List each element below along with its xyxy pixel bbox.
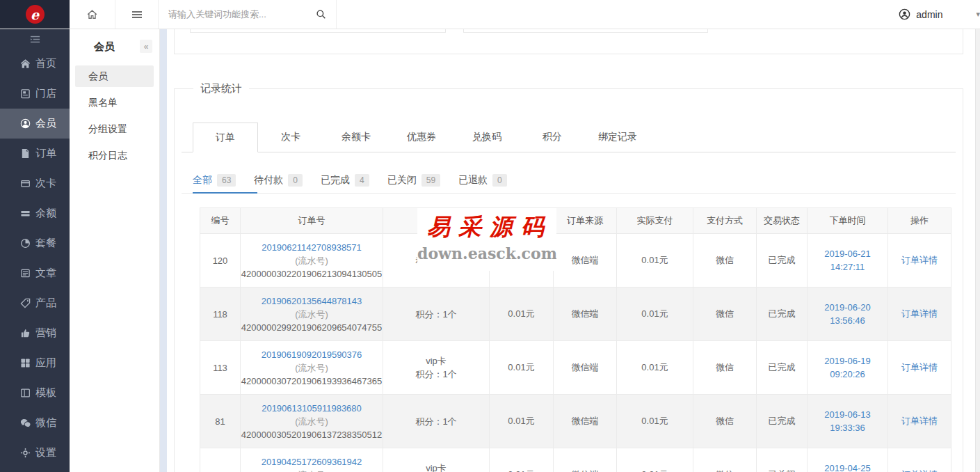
user-menu[interactable]: admin ▾: [899, 0, 980, 29]
main-content: 时间(永久): 无限制 时间(永久): 无限制 记录统计 订单 次卡 余额卡 优…: [167, 29, 975, 472]
table-row: 81 20190613105911983680 (流水号) 4200000305…: [200, 395, 951, 448]
card-icon: [20, 178, 31, 189]
cell-product: 积分：1个: [383, 395, 490, 448]
tab-coupons[interactable]: 优惠券: [389, 123, 454, 152]
sidebar-item-label: 产品: [35, 297, 56, 310]
tag-icon: [20, 298, 31, 308]
sidebar-item-home[interactable]: 首页: [0, 49, 70, 79]
tab-balance-cards[interactable]: 余额卡: [323, 123, 389, 152]
username: admin: [916, 9, 942, 20]
cell-paid: 0.01元: [617, 288, 693, 341]
filter-refunded[interactable]: 已退款 0: [458, 174, 507, 187]
submenu-item-points-log[interactable]: 积分日志: [75, 145, 154, 166]
watermark-text-cn: 易采源码: [423, 212, 556, 243]
tab-points[interactable]: 积分: [520, 123, 585, 152]
sidebar-item-products[interactable]: 产品: [0, 288, 70, 318]
order-detail-link[interactable]: 订单详情: [901, 362, 938, 372]
tab-orders[interactable]: 订单: [193, 123, 258, 152]
cell-action: 订单详情: [888, 341, 951, 395]
inner-scrollbar[interactable]: [160, 29, 167, 472]
cell-paid: 0.01元: [617, 341, 693, 395]
app-logo[interactable]: e: [0, 0, 70, 29]
sidebar-item-cards[interactable]: 次卡: [0, 168, 70, 198]
submenu-item-groups[interactable]: 分组设置: [75, 118, 154, 140]
filter-completed[interactable]: 已完成 4: [321, 174, 369, 187]
cell-id: 81: [200, 395, 241, 448]
order-link[interactable]: 20190613105911983680: [262, 403, 362, 414]
cell-method: 微信: [693, 448, 757, 472]
cell-product: 积分：1个: [383, 288, 490, 341]
cell-status: 已完成: [757, 341, 808, 395]
search-input[interactable]: [168, 9, 300, 19]
order-link[interactable]: 20190620135644878143: [262, 296, 362, 306]
grid-icon: [20, 358, 31, 368]
submenu-item-members[interactable]: 会员: [75, 65, 154, 87]
order-detail-link[interactable]: 订单详情: [901, 469, 938, 472]
chevron-down-icon: ▾: [976, 10, 980, 19]
cell-action: 订单详情: [888, 234, 951, 288]
filter-closed[interactable]: 已关闭 59: [387, 174, 440, 187]
count-badge: 63: [217, 174, 236, 187]
page-scrollbar[interactable]: [975, 29, 980, 472]
cell-source: 微信端: [554, 448, 617, 472]
main-sidebar: 首页 门店 会员 订单 次卡 余额 套餐 文章 产品 营销 应用 模板: [0, 29, 70, 472]
cell-paid: 0.01元: [617, 395, 693, 448]
sidebar-item-orders[interactable]: 订单: [0, 139, 70, 168]
table-row: 21 20190425172609361942 (流水号) vip卡 积分：1个…: [200, 448, 951, 472]
cell-product: vip卡 积分：1个: [383, 448, 490, 472]
submenu-item-blacklist[interactable]: 黑名单: [75, 92, 154, 113]
tab-redeem-codes[interactable]: 兑换码: [454, 123, 520, 152]
count-badge: 4: [355, 174, 369, 187]
cell-id: 118: [200, 288, 241, 341]
sidebar-item-articles[interactable]: 文章: [0, 258, 70, 288]
search-icon[interactable]: [316, 9, 326, 19]
order-detail-link[interactable]: 订单详情: [901, 255, 938, 265]
count-badge: 59: [421, 174, 440, 187]
gear-icon: [20, 448, 31, 458]
sidebar-item-settings[interactable]: 设置: [0, 438, 70, 468]
sidebar-item-label: 应用: [35, 356, 56, 370]
filter-pending-payment[interactable]: 待付款 0: [254, 174, 303, 187]
sidebar-item-label: 营销: [35, 327, 56, 340]
hamburger-icon: [131, 9, 143, 20]
filter-all[interactable]: 全部 63: [193, 174, 236, 187]
sidebar-item-store[interactable]: 门店: [0, 79, 70, 109]
tab-binding-records[interactable]: 绑定记录: [585, 123, 650, 152]
sidebar-item-members[interactable]: 会员: [0, 109, 70, 139]
collapse-submenu-button[interactable]: «: [140, 40, 152, 53]
cell-source: 微信端: [554, 341, 617, 395]
cell-action: 订单详情: [888, 288, 951, 341]
sidebar-item-balance[interactable]: 余额: [0, 198, 70, 228]
order-detail-link[interactable]: 订单详情: [901, 308, 938, 319]
sidebar-item-wechat[interactable]: 微信: [0, 408, 70, 438]
order-detail-link[interactable]: 订单详情: [901, 416, 938, 426]
home-button[interactable]: [70, 0, 115, 29]
sidebar-item-label: 次卡: [35, 177, 56, 190]
cell-status: 已关闭: [757, 448, 808, 472]
home-icon: [20, 58, 31, 69]
table-row: 113 20190619092019590376 (流水号) 420000030…: [200, 341, 951, 395]
sidebar-item-apps[interactable]: 应用: [0, 348, 70, 378]
col-action: 操作: [888, 208, 951, 234]
table-row: 118 20190620135644878143 (流水号) 420000029…: [200, 288, 951, 341]
cell-method: 微信: [693, 234, 757, 288]
table-row: 120 20190621142708938571 (流水号) 420000030…: [200, 234, 951, 288]
sidebar-item-packages[interactable]: 套餐: [0, 228, 70, 258]
logo-icon: e: [26, 5, 45, 24]
menu-toggle-button[interactable]: [115, 0, 159, 29]
sidebar-item-templates[interactable]: 模板: [0, 378, 70, 408]
order-link[interactable]: 20190619092019590376: [262, 349, 362, 360]
home-icon: [86, 8, 98, 20]
global-search: [159, 0, 337, 29]
order-link[interactable]: 20190621142708938571: [262, 242, 362, 253]
sidebar-collapse-icon[interactable]: [0, 29, 70, 49]
order-link[interactable]: 20190425172609361942: [262, 457, 362, 467]
user-avatar-icon: [899, 8, 910, 20]
sidebar-item-marketing[interactable]: 营销: [0, 318, 70, 348]
tab-punch-cards[interactable]: 次卡: [258, 123, 323, 152]
cell-action: 订单详情: [888, 448, 951, 472]
count-badge: 0: [288, 174, 303, 187]
col-order-no: 订单号: [241, 208, 383, 234]
cell-source: 微信端: [554, 234, 617, 288]
sidebar-item-label: 订单: [35, 147, 56, 160]
